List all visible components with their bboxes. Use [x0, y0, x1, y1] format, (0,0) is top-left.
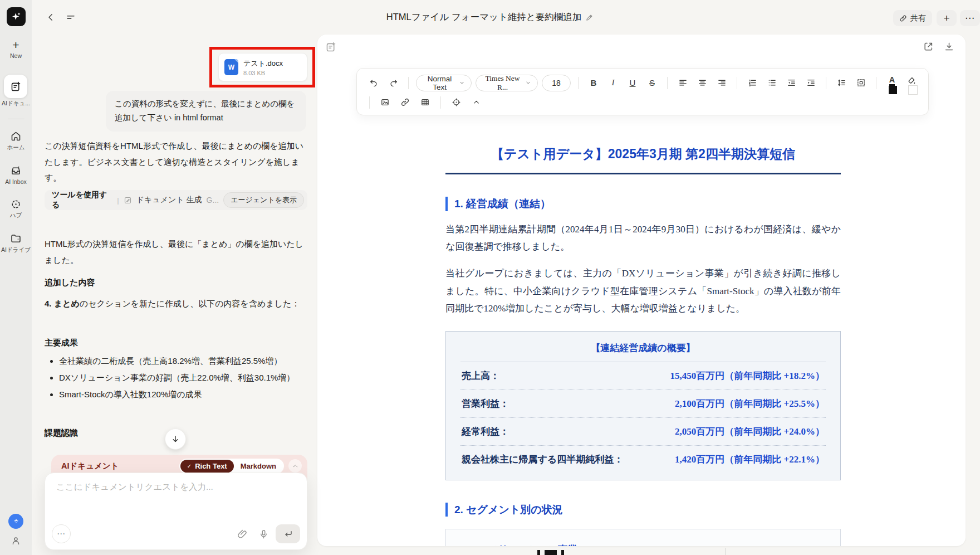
- table-row: 売上高： 15,450百万円（前年同期比 +18.2%）: [460, 362, 826, 390]
- user-avatar[interactable]: [8, 514, 23, 529]
- download-button[interactable]: [944, 41, 954, 52]
- section-heading-1: 1. 経営成績（連結）: [445, 197, 841, 211]
- new-tab-button[interactable]: +: [937, 10, 957, 26]
- highlight-color-button[interactable]: [903, 75, 919, 91]
- row-value: 1,420百万円（前年同期比 +22.1%）: [675, 453, 825, 466]
- ai-document-icon[interactable]: [325, 41, 337, 53]
- app-root: + New AIドキュ... ホーム AI Inbox: [0, 0, 980, 555]
- send-button[interactable]: [276, 524, 300, 543]
- open-external-button[interactable]: [923, 41, 934, 52]
- document-request-composer: ⋯: [45, 473, 307, 550]
- summary-table-title: 【連結経営成績の概要】: [460, 342, 826, 362]
- share-button[interactable]: 共有: [893, 10, 932, 26]
- font-size-field[interactable]: 18: [542, 75, 571, 91]
- bold-button[interactable]: B: [586, 75, 601, 91]
- toolbar-divider: [826, 77, 826, 89]
- top-bar: HTMLファイル フォーマット維持と要約欄追加 共有 + ⋯: [0, 0, 980, 35]
- return-arrow-icon: [283, 529, 293, 539]
- row-value: 15,450百万円（前年同期比 +18.2%）: [670, 369, 825, 382]
- sidebar-item-home[interactable]: ホーム: [7, 130, 25, 152]
- hub-icon: [10, 198, 22, 210]
- check-icon: ✓: [187, 463, 192, 469]
- text-color-button[interactable]: A: [883, 75, 899, 91]
- tool-name: ドキュメント 生成: [136, 195, 202, 205]
- composer-more-button[interactable]: ⋯: [52, 524, 71, 543]
- sidebar-item-label: ハブ: [10, 212, 22, 220]
- table-row: 親会社株主に帰属する四半期純利益： 1,420百万円（前年同期比 +22.1%）: [460, 446, 826, 473]
- sidebar-item-ai-inbox[interactable]: AI Inbox: [5, 165, 27, 185]
- ordered-list-button[interactable]: [744, 75, 760, 91]
- row-label: 営業利益：: [462, 397, 509, 410]
- show-agent-button[interactable]: エージェントを表示: [223, 192, 304, 208]
- sidebar-divider: [8, 119, 24, 119]
- page-title: HTMLファイル フォーマット維持と要約欄追加: [0, 11, 980, 23]
- toolbar-row-2: [366, 93, 919, 111]
- sidebar-item-ai-document[interactable]: AIドキュ...: [2, 75, 30, 108]
- summary-table: 【連結経営成績の概要】 売上高： 15,450百万円（前年同期比 +18.2%）…: [445, 331, 841, 480]
- italic-button[interactable]: I: [605, 75, 621, 91]
- insert-image-button[interactable]: [377, 95, 393, 110]
- tool-usage-bar[interactable]: ツールを使用する | ドキュメント 生成 G... エージェントを表示: [45, 190, 307, 210]
- scroll-to-bottom-button[interactable]: [165, 429, 186, 450]
- align-right-button[interactable]: [714, 75, 729, 91]
- redo-button[interactable]: [385, 75, 401, 91]
- strikethrough-button[interactable]: S: [644, 75, 660, 91]
- sidebar-item-label: New: [10, 52, 22, 59]
- plus-icon: +: [12, 40, 19, 51]
- row-label: 親会社株主に帰属する四半期純利益：: [462, 453, 623, 466]
- sidebar-item-new[interactable]: + New: [10, 40, 22, 59]
- font-size-value: 18: [552, 79, 561, 87]
- indent-button[interactable]: [803, 75, 819, 91]
- sidebar-item-hub[interactable]: ハブ: [10, 198, 22, 220]
- insert-link-button[interactable]: [397, 95, 413, 110]
- more-options-button[interactable]: ⋯: [960, 10, 980, 26]
- paperclip-icon: [237, 529, 248, 539]
- attach-file-button[interactable]: [233, 525, 251, 543]
- chevron-up-icon: [472, 98, 481, 106]
- document-page[interactable]: 【テスト用データ】2025年3月期 第2四半期決算短信 1. 経営成績（連結） …: [445, 146, 841, 546]
- row-value: 2,100百万円（前年同期比 +25.5%）: [675, 397, 825, 410]
- page-margin-button[interactable]: [853, 75, 869, 91]
- collapse-card-button[interactable]: [288, 459, 302, 473]
- markdown-option[interactable]: Markdown: [234, 460, 283, 473]
- segment-section-box: (1) DXソリューション事業: [445, 529, 841, 546]
- focus-target-button[interactable]: [448, 95, 464, 110]
- section-heading-2: 2. セグメント別の状況: [445, 503, 841, 517]
- document-paragraph: 当社グループにおきましては、主力の「DXソリューション事業」が引き続き好調に推移…: [445, 265, 841, 317]
- underline-button[interactable]: U: [625, 75, 640, 91]
- font-family-dropdown[interactable]: Times New R...: [476, 75, 537, 91]
- format-mode-toggle: ✓ Rich Text Markdown: [179, 459, 284, 474]
- align-left-button[interactable]: [675, 75, 690, 91]
- docx-file-icon: W: [224, 59, 238, 75]
- undo-button[interactable]: [366, 75, 381, 91]
- bullet-list-button[interactable]: [764, 75, 780, 91]
- user-message-text: この資料の形式を変えずに、最後にまとめの欄を追加して下さい in html fo…: [115, 99, 295, 122]
- link-icon: [899, 14, 907, 22]
- line-spacing-button[interactable]: [834, 75, 849, 91]
- toolbar-divider: [408, 77, 409, 89]
- collapse-toolbar-button[interactable]: [468, 95, 484, 110]
- ai-document-card-title: AIドキュメント: [61, 461, 119, 471]
- microphone-icon: [258, 529, 269, 539]
- account-person-icon[interactable]: [11, 535, 21, 546]
- folder-icon: [10, 233, 22, 245]
- font-value: Times New R...: [483, 74, 522, 92]
- insert-table-button[interactable]: [417, 95, 433, 110]
- row-label: 売上高：: [462, 369, 499, 382]
- rich-text-option[interactable]: ✓ Rich Text: [180, 460, 234, 473]
- external-link-icon: [923, 41, 934, 52]
- attached-file-card[interactable]: W テスト.docx 8.03 KB: [218, 53, 307, 81]
- sidebar-item-label: ホーム: [7, 144, 25, 152]
- ai-document-icon: [4, 75, 27, 98]
- document-request-input[interactable]: [55, 480, 297, 515]
- paragraph-style-dropdown[interactable]: Normal Text: [416, 75, 472, 91]
- sidebar-item-label: AIドライブ: [1, 246, 31, 254]
- document-editor-panel: Normal Text Times New R... 18 B I U S: [317, 35, 966, 546]
- align-center-button[interactable]: [694, 75, 710, 91]
- ellipsis-icon: ⋯: [57, 529, 66, 539]
- sidebar-item-ai-drive[interactable]: AIドライブ: [1, 233, 31, 254]
- chevron-down-icon: [459, 80, 464, 86]
- edit-title-icon[interactable]: [585, 13, 594, 22]
- outdent-button[interactable]: [783, 75, 799, 91]
- voice-input-button[interactable]: [254, 525, 272, 543]
